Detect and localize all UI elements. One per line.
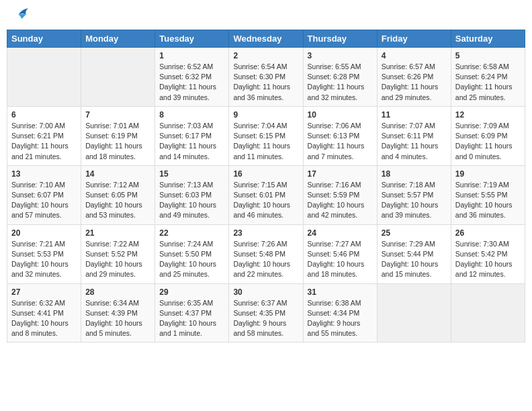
week-row-2: 6Sunrise: 7:00 AM Sunset: 6:21 PM Daylig… [7,106,525,165]
day-cell: 29Sunrise: 6:35 AM Sunset: 4:37 PM Dayli… [155,283,229,342]
day-number: 10 [308,110,373,120]
day-info: Sunrise: 6:34 AM Sunset: 4:39 PM Dayligh… [85,298,150,339]
day-cell: 30Sunrise: 6:37 AM Sunset: 4:35 PM Dayli… [229,283,303,342]
day-info: Sunrise: 6:52 AM Sunset: 6:32 PM Dayligh… [159,62,224,103]
day-number: 26 [455,228,521,238]
day-cell [377,283,451,342]
day-info: Sunrise: 7:27 AM Sunset: 5:46 PM Dayligh… [308,239,373,280]
day-number: 4 [382,51,447,60]
day-number: 8 [159,110,224,120]
day-number: 6 [11,110,77,120]
column-header-sunday: Sunday [7,30,81,48]
day-info: Sunrise: 6:58 AM Sunset: 6:24 PM Dayligh… [455,62,521,103]
day-cell: 13Sunrise: 7:10 AM Sunset: 6:07 PM Dayli… [7,165,81,224]
day-number: 5 [455,51,521,60]
day-info: Sunrise: 6:54 AM Sunset: 6:30 PM Dayligh… [233,62,298,103]
day-cell [451,283,525,342]
day-number: 2 [233,51,298,60]
day-cell: 11Sunrise: 7:07 AM Sunset: 6:11 PM Dayli… [377,106,451,165]
day-info: Sunrise: 7:16 AM Sunset: 5:59 PM Dayligh… [308,180,373,221]
day-info: Sunrise: 7:13 AM Sunset: 6:03 PM Dayligh… [159,180,224,221]
day-info: Sunrise: 7:30 AM Sunset: 5:42 PM Dayligh… [455,239,521,280]
day-number: 13 [11,169,77,179]
day-number: 12 [455,110,521,120]
day-info: Sunrise: 6:32 AM Sunset: 4:41 PM Dayligh… [11,298,77,339]
day-cell: 5Sunrise: 6:58 AM Sunset: 6:24 PM Daylig… [451,48,525,107]
column-header-monday: Monday [81,30,155,48]
day-info: Sunrise: 7:24 AM Sunset: 5:50 PM Dayligh… [159,239,224,280]
day-number: 11 [382,110,447,120]
day-cell: 3Sunrise: 6:55 AM Sunset: 6:28 PM Daylig… [303,48,377,107]
day-cell: 15Sunrise: 7:13 AM Sunset: 6:03 PM Dayli… [155,165,229,224]
day-info: Sunrise: 6:38 AM Sunset: 4:34 PM Dayligh… [308,298,373,339]
day-cell: 31Sunrise: 6:38 AM Sunset: 4:34 PM Dayli… [303,283,377,342]
day-cell: 14Sunrise: 7:12 AM Sunset: 6:05 PM Dayli… [81,165,155,224]
column-header-tuesday: Tuesday [155,30,229,48]
day-info: Sunrise: 7:06 AM Sunset: 6:13 PM Dayligh… [308,121,373,162]
day-info: Sunrise: 7:09 AM Sunset: 6:09 PM Dayligh… [455,121,521,162]
day-number: 31 [308,287,373,297]
day-number: 20 [11,228,77,238]
day-cell: 1Sunrise: 6:52 AM Sunset: 6:32 PM Daylig… [155,48,229,107]
day-info: Sunrise: 7:04 AM Sunset: 6:15 PM Dayligh… [233,121,298,162]
day-number: 27 [11,287,77,297]
day-number: 16 [233,169,298,179]
week-row-5: 27Sunrise: 6:32 AM Sunset: 4:41 PM Dayli… [7,283,525,342]
day-info: Sunrise: 7:26 AM Sunset: 5:48 PM Dayligh… [233,239,298,280]
day-info: Sunrise: 6:57 AM Sunset: 6:26 PM Dayligh… [382,62,447,103]
day-cell [7,48,81,107]
day-cell: 28Sunrise: 6:34 AM Sunset: 4:39 PM Dayli… [81,283,155,342]
day-info: Sunrise: 7:10 AM Sunset: 6:07 PM Dayligh… [11,180,77,221]
day-number: 29 [159,287,224,297]
day-info: Sunrise: 7:22 AM Sunset: 5:52 PM Dayligh… [85,239,150,280]
day-info: Sunrise: 6:55 AM Sunset: 6:28 PM Dayligh… [308,62,373,103]
day-cell: 20Sunrise: 7:21 AM Sunset: 5:53 PM Dayli… [7,224,81,283]
day-cell: 18Sunrise: 7:18 AM Sunset: 5:57 PM Dayli… [377,165,451,224]
day-number: 22 [159,228,224,238]
day-number: 19 [455,169,521,179]
day-number: 3 [308,51,373,60]
day-cell: 9Sunrise: 7:04 AM Sunset: 6:15 PM Daylig… [229,106,303,165]
day-number: 14 [85,169,150,179]
day-cell [81,48,155,107]
day-number: 21 [85,228,150,238]
day-cell: 19Sunrise: 7:19 AM Sunset: 5:55 PM Dayli… [451,165,525,224]
week-row-3: 13Sunrise: 7:10 AM Sunset: 6:07 PM Dayli… [7,165,525,224]
week-row-4: 20Sunrise: 7:21 AM Sunset: 5:53 PM Dayli… [7,224,525,283]
day-cell: 21Sunrise: 7:22 AM Sunset: 5:52 PM Dayli… [81,224,155,283]
day-cell: 27Sunrise: 6:32 AM Sunset: 4:41 PM Dayli… [7,283,81,342]
day-cell: 16Sunrise: 7:15 AM Sunset: 6:01 PM Dayli… [229,165,303,224]
day-cell: 23Sunrise: 7:26 AM Sunset: 5:48 PM Dayli… [229,224,303,283]
day-cell: 8Sunrise: 7:03 AM Sunset: 6:17 PM Daylig… [155,106,229,165]
day-info: Sunrise: 7:01 AM Sunset: 6:19 PM Dayligh… [85,121,150,162]
day-info: Sunrise: 7:21 AM Sunset: 5:53 PM Dayligh… [11,239,77,280]
day-number: 30 [233,287,298,297]
day-number: 25 [382,228,447,238]
column-header-thursday: Thursday [303,30,377,48]
day-number: 17 [308,169,373,179]
day-number: 18 [382,169,447,179]
column-header-saturday: Saturday [451,30,525,48]
day-cell: 26Sunrise: 7:30 AM Sunset: 5:42 PM Dayli… [451,224,525,283]
day-cell: 6Sunrise: 7:00 AM Sunset: 6:21 PM Daylig… [7,106,81,165]
day-number: 7 [85,110,150,120]
calendar-table: SundayMondayTuesdayWednesdayThursdayFrid… [7,30,525,342]
page-header [7,7,525,24]
day-cell: 4Sunrise: 6:57 AM Sunset: 6:26 PM Daylig… [377,48,451,107]
column-header-friday: Friday [377,30,451,48]
day-info: Sunrise: 7:03 AM Sunset: 6:17 PM Dayligh… [159,121,224,162]
day-number: 9 [233,110,298,120]
day-cell: 12Sunrise: 7:09 AM Sunset: 6:09 PM Dayli… [451,106,525,165]
day-cell: 2Sunrise: 6:54 AM Sunset: 6:30 PM Daylig… [229,48,303,107]
week-row-1: 1Sunrise: 6:52 AM Sunset: 6:32 PM Daylig… [7,48,525,107]
day-number: 23 [233,228,298,238]
day-info: Sunrise: 7:18 AM Sunset: 5:57 PM Dayligh… [382,180,447,221]
day-info: Sunrise: 7:29 AM Sunset: 5:44 PM Dayligh… [382,239,447,280]
day-info: Sunrise: 7:12 AM Sunset: 6:05 PM Dayligh… [85,180,150,221]
day-cell: 10Sunrise: 7:06 AM Sunset: 6:13 PM Dayli… [303,106,377,165]
column-header-wednesday: Wednesday [229,30,303,48]
day-info: Sunrise: 6:35 AM Sunset: 4:37 PM Dayligh… [159,298,224,339]
day-info: Sunrise: 7:15 AM Sunset: 6:01 PM Dayligh… [233,180,298,221]
logo [12,9,30,21]
day-cell: 25Sunrise: 7:29 AM Sunset: 5:44 PM Dayli… [377,224,451,283]
